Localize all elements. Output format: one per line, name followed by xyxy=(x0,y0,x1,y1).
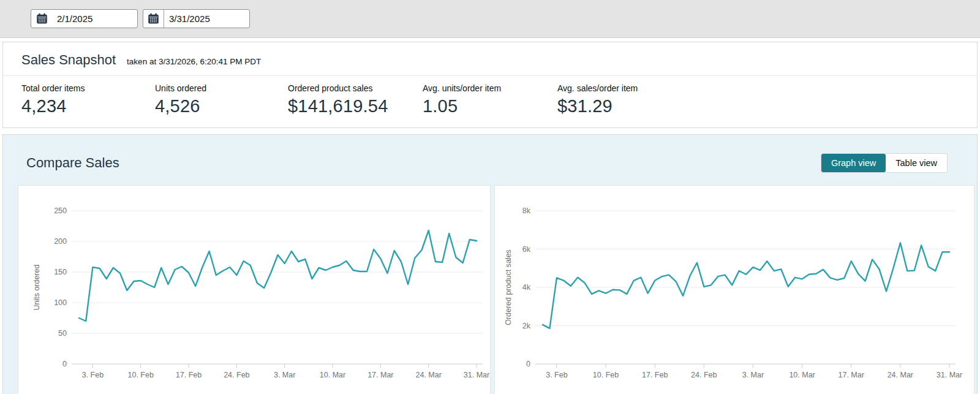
units-ordered-panel: 0501001502002503. Feb10. Feb17. Feb24. F… xyxy=(18,185,491,394)
chart-panels-row: 0501001502002503. Feb10. Feb17. Feb24. F… xyxy=(3,185,977,394)
x-tick-label: 17. Mar xyxy=(368,371,393,379)
x-tick-label: 10. Feb xyxy=(128,371,154,379)
y-tick-label: 0 xyxy=(62,360,67,368)
x-tick-label: 3. Mar xyxy=(274,371,295,379)
calendar-icon[interactable] xyxy=(31,10,52,28)
units-ordered-chart[interactable]: 0501001502002503. Feb10. Feb17. Feb24. F… xyxy=(18,186,490,393)
snapshot-timestamp: taken at 3/31/2026, 6:20:41 PM PDT xyxy=(127,57,261,66)
compare-sales-header: Compare Sales Graph view Table view xyxy=(3,135,977,178)
metric-value: $31.29 xyxy=(557,96,638,116)
ordered-product-sales-chart[interactable]: 02k4k6k8k3. Feb10. Feb17. Feb24. Feb3. M… xyxy=(495,186,974,393)
metric-value: 1.05 xyxy=(423,96,557,116)
metric-value: $141,619.54 xyxy=(288,96,423,116)
y-tick-label: 100 xyxy=(54,298,67,307)
sales-snapshot-card: Sales Snapshot taken at 3/31/2026, 6:20:… xyxy=(2,42,978,128)
date-range-bar xyxy=(0,0,980,38)
metric-label: Avg. sales/order item xyxy=(557,83,638,93)
x-tick-label: 31. Mar xyxy=(937,371,962,379)
metric-ordered-product-sales: Ordered product sales $141,619.54 xyxy=(288,83,423,116)
y-tick-label: 8k xyxy=(522,206,531,215)
metric-total-order-items: Total order items 4,234 xyxy=(21,83,155,116)
y-tick-label: 150 xyxy=(54,268,67,276)
metric-avg-sales-per-order-item: Avg. sales/order item $31.29 xyxy=(557,83,638,116)
calendar-icon[interactable] xyxy=(143,10,164,28)
compare-sales-title: Compare Sales xyxy=(26,155,119,171)
x-tick-label: 10. Mar xyxy=(320,371,345,379)
y-tick-label: 4k xyxy=(522,283,531,292)
x-tick-label: 3. Mar xyxy=(742,371,764,379)
metric-value: 4,234 xyxy=(21,96,155,116)
x-tick-label: 17. Mar xyxy=(839,371,864,379)
end-date-field[interactable] xyxy=(143,9,250,28)
x-tick-label: 17. Feb xyxy=(176,371,202,379)
metric-units-ordered: Units ordered 4,526 xyxy=(155,83,288,116)
x-tick-label: 3. Feb xyxy=(546,371,567,379)
chart-line xyxy=(543,243,949,328)
view-toggle: Graph view Table view xyxy=(821,153,948,173)
start-date-input[interactable] xyxy=(52,10,137,28)
y-axis-title: Units ordered xyxy=(32,264,41,310)
start-date-field[interactable] xyxy=(31,9,138,28)
y-tick-label: 6k xyxy=(522,245,531,254)
y-tick-label: 200 xyxy=(54,237,67,246)
sales-snapshot-title: Sales Snapshot xyxy=(21,52,116,68)
ordered-product-sales-panel: 02k4k6k8k3. Feb10. Feb17. Feb24. Feb3. M… xyxy=(494,185,974,394)
table-view-button[interactable]: Table view xyxy=(886,154,947,172)
sales-snapshot-header: Sales Snapshot taken at 3/31/2026, 6:20:… xyxy=(3,42,977,76)
metric-label: Total order items xyxy=(21,83,155,93)
x-tick-label: 24. Mar xyxy=(415,371,441,379)
compare-sales-card: Compare Sales Graph view Table view 0501… xyxy=(2,134,978,394)
y-tick-label: 250 xyxy=(54,206,67,215)
metric-label: Ordered product sales xyxy=(288,83,423,93)
x-tick-label: 31. Mar xyxy=(464,371,489,379)
y-tick-label: 2k xyxy=(522,322,531,330)
x-tick-label: 24. Feb xyxy=(691,371,717,379)
metric-value: 4,526 xyxy=(155,96,288,116)
x-tick-label: 24. Mar xyxy=(888,371,913,379)
end-date-input[interactable] xyxy=(164,10,249,28)
snapshot-metrics-row: Total order items 4,234 Units ordered 4,… xyxy=(3,76,977,127)
metric-label: Avg. units/order item xyxy=(423,83,557,93)
y-tick-label: 50 xyxy=(58,329,67,338)
metric-avg-units-per-order-item: Avg. units/order item 1.05 xyxy=(423,83,557,116)
y-axis-title: Ordered product sales xyxy=(504,249,513,325)
x-tick-label: 24. Feb xyxy=(224,371,249,379)
x-tick-label: 17. Feb xyxy=(642,371,668,379)
x-tick-label: 10. Feb xyxy=(593,371,619,379)
y-tick-label: 0 xyxy=(526,360,530,368)
metric-label: Units ordered xyxy=(155,83,288,93)
x-tick-label: 10. Mar xyxy=(789,371,815,379)
x-tick-label: 3. Feb xyxy=(82,371,104,379)
chart-line xyxy=(79,230,477,321)
graph-view-button[interactable]: Graph view xyxy=(821,154,886,172)
